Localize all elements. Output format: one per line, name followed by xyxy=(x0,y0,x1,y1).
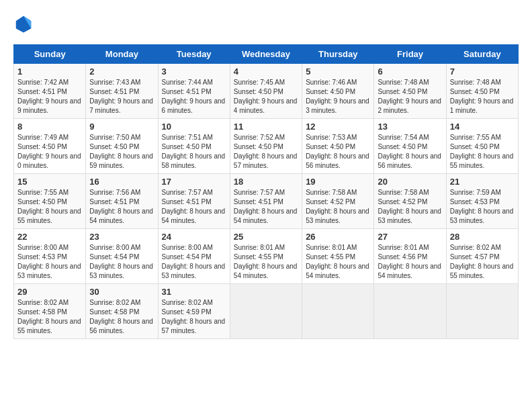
day-number: 5 xyxy=(306,66,370,77)
cell-info: Sunrise: 7:49 AMSunset: 4:50 PMDaylight:… xyxy=(17,134,81,169)
calendar-cell xyxy=(230,284,302,339)
day-number: 27 xyxy=(378,232,442,242)
calendar-cell: 16Sunrise: 7:56 AMSunset: 4:51 PMDayligh… xyxy=(86,174,158,229)
day-of-week-header: Saturday xyxy=(446,45,518,64)
calendar-cell: 15Sunrise: 7:55 AMSunset: 4:50 PMDayligh… xyxy=(14,174,86,229)
cell-info: Sunrise: 7:43 AMSunset: 4:51 PMDaylight:… xyxy=(89,79,153,114)
calendar-cell: 17Sunrise: 7:57 AMSunset: 4:51 PMDayligh… xyxy=(158,174,230,229)
calendar-cell: 7Sunrise: 7:48 AMSunset: 4:50 PMDaylight… xyxy=(446,64,518,119)
day-number: 20 xyxy=(378,177,442,187)
day-number: 21 xyxy=(450,177,515,187)
calendar-cell: 3Sunrise: 7:44 AMSunset: 4:51 PMDaylight… xyxy=(158,64,230,119)
calendar-cell: 12Sunrise: 7:53 AMSunset: 4:50 PMDayligh… xyxy=(302,119,374,174)
day-number: 22 xyxy=(17,232,82,242)
cell-info: Sunrise: 7:48 AMSunset: 4:50 PMDaylight:… xyxy=(450,79,514,114)
cell-info: Sunrise: 7:57 AMSunset: 4:51 PMDaylight:… xyxy=(162,189,226,224)
day-number: 29 xyxy=(17,287,82,297)
day-number: 10 xyxy=(162,122,226,132)
day-number: 14 xyxy=(450,122,515,132)
day-number: 7 xyxy=(450,66,515,77)
calendar-cell: 26Sunrise: 8:01 AMSunset: 4:55 PMDayligh… xyxy=(302,229,374,284)
cell-info: Sunrise: 7:46 AMSunset: 4:50 PMDaylight:… xyxy=(306,79,369,114)
calendar-cell: 19Sunrise: 7:58 AMSunset: 4:52 PMDayligh… xyxy=(302,174,374,229)
cell-info: Sunrise: 7:57 AMSunset: 4:51 PMDaylight:… xyxy=(234,189,298,224)
cell-info: Sunrise: 8:02 AMSunset: 4:59 PMDaylight:… xyxy=(162,299,226,334)
calendar-cell: 10Sunrise: 7:51 AMSunset: 4:50 PMDayligh… xyxy=(158,119,230,174)
calendar-cell: 28Sunrise: 8:02 AMSunset: 4:57 PMDayligh… xyxy=(446,229,518,284)
day-number: 6 xyxy=(378,66,442,77)
day-number: 15 xyxy=(17,177,82,187)
calendar-cell: 30Sunrise: 8:02 AMSunset: 4:58 PMDayligh… xyxy=(86,284,158,339)
day-number: 11 xyxy=(234,122,298,132)
day-number: 28 xyxy=(450,232,515,242)
day-number: 17 xyxy=(162,177,226,187)
calendar-cell: 1Sunrise: 7:42 AMSunset: 4:51 PMDaylight… xyxy=(14,64,86,119)
calendar-cell: 22Sunrise: 8:00 AMSunset: 4:53 PMDayligh… xyxy=(14,229,86,284)
cell-info: Sunrise: 8:02 AMSunset: 4:58 PMDaylight:… xyxy=(89,299,153,334)
calendar-cell: 11Sunrise: 7:52 AMSunset: 4:50 PMDayligh… xyxy=(230,119,302,174)
day-number: 2 xyxy=(89,66,154,77)
day-number: 12 xyxy=(306,122,370,132)
calendar-cell: 20Sunrise: 7:58 AMSunset: 4:52 PMDayligh… xyxy=(374,174,446,229)
cell-info: Sunrise: 7:59 AMSunset: 4:53 PMDaylight:… xyxy=(450,189,514,224)
day-number: 16 xyxy=(89,177,154,187)
calendar-cell: 29Sunrise: 8:02 AMSunset: 4:58 PMDayligh… xyxy=(14,284,86,339)
day-number: 9 xyxy=(89,122,154,132)
cell-info: Sunrise: 7:45 AMSunset: 4:50 PMDaylight:… xyxy=(234,79,298,114)
day-number: 3 xyxy=(162,66,226,77)
cell-info: Sunrise: 7:55 AMSunset: 4:50 PMDaylight:… xyxy=(450,134,514,169)
calendar-cell: 14Sunrise: 7:55 AMSunset: 4:50 PMDayligh… xyxy=(446,119,518,174)
logo xyxy=(13,13,36,34)
calendar-cell: 25Sunrise: 8:01 AMSunset: 4:55 PMDayligh… xyxy=(230,229,302,284)
cell-info: Sunrise: 7:42 AMSunset: 4:51 PMDaylight:… xyxy=(17,79,81,114)
cell-info: Sunrise: 7:50 AMSunset: 4:50 PMDaylight:… xyxy=(89,134,153,169)
day-number: 25 xyxy=(234,232,298,242)
day-number: 18 xyxy=(234,177,298,187)
calendar-cell: 27Sunrise: 8:01 AMSunset: 4:56 PMDayligh… xyxy=(374,229,446,284)
cell-info: Sunrise: 7:55 AMSunset: 4:50 PMDaylight:… xyxy=(17,189,81,224)
calendar-cell: 13Sunrise: 7:54 AMSunset: 4:50 PMDayligh… xyxy=(374,119,446,174)
day-of-week-header: Sunday xyxy=(14,45,86,64)
cell-info: Sunrise: 7:48 AMSunset: 4:50 PMDaylight:… xyxy=(378,79,441,114)
page-header xyxy=(13,13,519,34)
calendar-cell xyxy=(446,284,518,339)
cell-info: Sunrise: 7:44 AMSunset: 4:51 PMDaylight:… xyxy=(162,79,226,114)
cell-info: Sunrise: 8:01 AMSunset: 4:56 PMDaylight:… xyxy=(378,244,441,279)
day-number: 30 xyxy=(89,287,154,297)
day-number: 24 xyxy=(162,232,226,242)
cell-info: Sunrise: 7:58 AMSunset: 4:52 PMDaylight:… xyxy=(378,189,441,224)
calendar-cell: 6Sunrise: 7:48 AMSunset: 4:50 PMDaylight… xyxy=(374,64,446,119)
calendar-cell: 18Sunrise: 7:57 AMSunset: 4:51 PMDayligh… xyxy=(230,174,302,229)
cell-info: Sunrise: 8:01 AMSunset: 4:55 PMDaylight:… xyxy=(306,244,369,279)
day-number: 26 xyxy=(306,232,370,242)
day-of-week-header: Monday xyxy=(86,45,158,64)
calendar-cell xyxy=(374,284,446,339)
cell-info: Sunrise: 8:01 AMSunset: 4:55 PMDaylight:… xyxy=(234,244,298,279)
calendar-cell: 23Sunrise: 8:00 AMSunset: 4:54 PMDayligh… xyxy=(86,229,158,284)
day-number: 19 xyxy=(306,177,370,187)
day-of-week-header: Thursday xyxy=(302,45,374,64)
day-of-week-header: Wednesday xyxy=(230,45,302,64)
calendar-cell: 24Sunrise: 8:00 AMSunset: 4:54 PMDayligh… xyxy=(158,229,230,284)
cell-info: Sunrise: 7:53 AMSunset: 4:50 PMDaylight:… xyxy=(306,134,369,169)
day-of-week-header: Friday xyxy=(374,45,446,64)
cell-info: Sunrise: 7:58 AMSunset: 4:52 PMDaylight:… xyxy=(306,189,369,224)
cell-info: Sunrise: 7:51 AMSunset: 4:50 PMDaylight:… xyxy=(162,134,226,169)
calendar-cell: 5Sunrise: 7:46 AMSunset: 4:50 PMDaylight… xyxy=(302,64,374,119)
calendar-table: SundayMondayTuesdayWednesdayThursdayFrid… xyxy=(13,44,519,339)
calendar-cell: 31Sunrise: 8:02 AMSunset: 4:59 PMDayligh… xyxy=(158,284,230,339)
calendar-cell: 9Sunrise: 7:50 AMSunset: 4:50 PMDaylight… xyxy=(86,119,158,174)
cell-info: Sunrise: 8:02 AMSunset: 4:57 PMDaylight:… xyxy=(450,244,514,279)
cell-info: Sunrise: 7:54 AMSunset: 4:50 PMDaylight:… xyxy=(378,134,441,169)
calendar-cell: 4Sunrise: 7:45 AMSunset: 4:50 PMDaylight… xyxy=(230,64,302,119)
logo-icon xyxy=(13,13,34,34)
day-number: 4 xyxy=(234,66,298,77)
calendar-cell: 8Sunrise: 7:49 AMSunset: 4:50 PMDaylight… xyxy=(14,119,86,174)
cell-info: Sunrise: 7:56 AMSunset: 4:51 PMDaylight:… xyxy=(89,189,153,224)
cell-info: Sunrise: 7:52 AMSunset: 4:50 PMDaylight:… xyxy=(234,134,298,169)
cell-info: Sunrise: 8:00 AMSunset: 4:53 PMDaylight:… xyxy=(17,244,81,279)
cell-info: Sunrise: 8:02 AMSunset: 4:58 PMDaylight:… xyxy=(17,299,81,334)
day-number: 13 xyxy=(378,122,442,132)
day-number: 31 xyxy=(162,287,226,297)
calendar-cell: 2Sunrise: 7:43 AMSunset: 4:51 PMDaylight… xyxy=(86,64,158,119)
